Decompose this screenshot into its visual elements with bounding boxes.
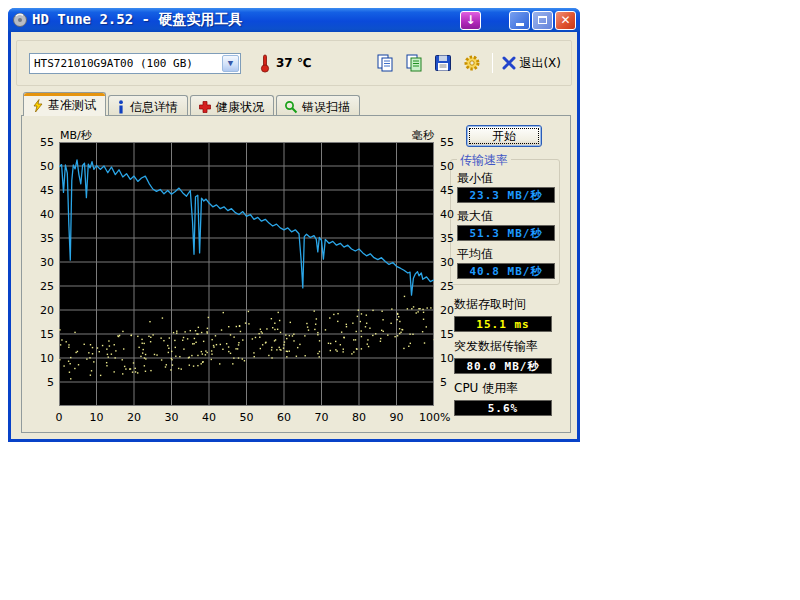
axis-tick-label: 40 <box>440 208 464 221</box>
transfer-rate-group: 传输速率 最小值 23.3 MB/秒 最大值 51.3 MB/秒 平均值 40.… <box>450 159 560 285</box>
axis-tick-label: 30 <box>157 411 187 424</box>
health-cross-icon <box>198 100 212 114</box>
axis-tick-label: 35 <box>30 232 54 245</box>
axis-tick-label: 0 <box>44 411 74 424</box>
right-axis-title: 毫秒 <box>398 128 434 143</box>
hdtune-window: HD Tune 2.52 - 硬盘实用工具 ↓ ✕ HTS721010G9AT0… <box>8 8 580 442</box>
axis-tick-label: 15 <box>440 328 464 341</box>
maximize-icon <box>538 16 547 24</box>
axis-tick-label: 20 <box>440 304 464 317</box>
axis-tick-label: 40 <box>194 411 224 424</box>
axis-tick-label: 20 <box>30 304 54 317</box>
axis-tick-label: 70 <box>307 411 337 424</box>
cpu-usage-value: 5.6% <box>454 400 552 416</box>
options-icon[interactable] <box>461 53 483 73</box>
toolbar: HTS721010G9AT00 (100 GB) ▼ 37 ℃ <box>16 40 572 86</box>
axis-tick-label: 55 <box>440 136 464 149</box>
tab-error-scan[interactable]: 错误扫描 <box>276 95 360 116</box>
tab-info[interactable]: 信息详情 <box>108 95 188 116</box>
axis-tick-label: 35 <box>440 232 464 245</box>
axis-tick-label: 90 <box>382 411 412 424</box>
benchmark-chart <box>59 142 434 406</box>
axis-tick-label: 100% <box>419 411 449 424</box>
min-label: 最小值 <box>457 170 555 187</box>
exit-label: 退出(X) <box>519 55 561 72</box>
copy-info-icon[interactable] <box>403 53 425 73</box>
axis-tick-label: 10 <box>30 352 54 365</box>
temperature-indicator: 37 ℃ <box>259 53 311 73</box>
minimize-icon <box>516 23 524 26</box>
burst-rate-value: 80.0 MB/秒 <box>454 358 552 374</box>
axis-tick-label: 50 <box>30 160 54 173</box>
results-panel: 开始 传输速率 最小值 23.3 MB/秒 最大值 51.3 MB/秒 平均值 … <box>448 116 568 432</box>
close-button[interactable]: ✕ <box>555 11 576 30</box>
tab-label: 健康状况 <box>216 99 264 116</box>
min-value: 23.3 MB/秒 <box>457 187 555 203</box>
exit-x-icon <box>502 56 516 70</box>
toolbar-separator <box>492 53 493 73</box>
group-title: 传输速率 <box>457 152 511 169</box>
info-icon <box>116 100 126 114</box>
max-value: 51.3 MB/秒 <box>457 225 555 241</box>
copy-icon[interactable] <box>374 53 396 73</box>
window-title: HD Tune 2.52 - 硬盘实用工具 <box>32 11 242 29</box>
burst-rate-label: 突发数据传输率 <box>454 338 552 355</box>
axis-tick-label: 25 <box>30 280 54 293</box>
axis-tick-label: 45 <box>440 184 464 197</box>
save-icon[interactable] <box>432 53 454 73</box>
axis-tick-label: 45 <box>30 184 54 197</box>
axis-tick-label: 25 <box>440 280 464 293</box>
axis-tick-label: 50 <box>440 160 464 173</box>
avg-value: 40.8 MB/秒 <box>457 263 555 279</box>
drive-select-value: HTS721010G9AT00 (100 GB) <box>30 57 193 70</box>
access-time-value: 15.1 ms <box>454 316 552 332</box>
tab-label: 信息详情 <box>130 99 178 116</box>
benchmark-plot <box>59 142 434 406</box>
exit-button[interactable]: 退出(X) <box>502 55 561 72</box>
minimize-button[interactable] <box>509 11 530 30</box>
thermometer-icon <box>259 53 271 73</box>
tab-bar: 基准测试 信息详情 健康状况 错误扫描 <box>23 92 362 116</box>
tab-label: 错误扫描 <box>302 99 350 116</box>
axis-tick-label: 5 <box>440 376 464 389</box>
axis-tick-label: 55 <box>30 136 54 149</box>
chevron-down-icon[interactable]: ▼ <box>222 55 239 72</box>
tab-health[interactable]: 健康状况 <box>190 95 274 116</box>
download-arrow-button[interactable]: ↓ <box>460 11 481 30</box>
axis-tick-label: 30 <box>30 256 54 269</box>
axis-tick-label: 50 <box>232 411 262 424</box>
max-label: 最大值 <box>457 208 555 225</box>
axis-tick-label: 10 <box>440 352 464 365</box>
maximize-button[interactable] <box>532 11 553 30</box>
temperature-value: 37 ℃ <box>276 56 311 70</box>
start-button[interactable]: 开始 <box>466 125 542 147</box>
app-icon <box>12 12 28 28</box>
title-bar[interactable]: HD Tune 2.52 - 硬盘实用工具 ↓ ✕ <box>8 8 580 32</box>
axis-tick-label: 60 <box>269 411 299 424</box>
avg-label: 平均值 <box>457 246 555 263</box>
left-axis-title: MB/秒 <box>60 128 92 143</box>
tab-label: 基准测试 <box>48 97 96 114</box>
benchmark-lightning-icon <box>31 99 44 113</box>
axis-tick-label: 80 <box>344 411 374 424</box>
axis-tick-label: 5 <box>30 376 54 389</box>
benchmark-tab-page: MB/秒 毫秒 开始 传输速率 最小值 23.3 MB/秒 最大值 51.3 M… <box>21 115 571 433</box>
axis-tick-label: 30 <box>440 256 464 269</box>
cpu-usage-label: CPU 使用率 <box>454 380 552 397</box>
tab-benchmark[interactable]: 基准测试 <box>23 92 106 116</box>
axis-tick-label: 10 <box>82 411 112 424</box>
access-time-label: 数据存取时间 <box>454 296 552 313</box>
drive-select-dropdown[interactable]: HTS721010G9AT00 (100 GB) ▼ <box>29 53 241 74</box>
axis-tick-label: 15 <box>30 328 54 341</box>
scan-magnifier-icon <box>284 100 298 114</box>
axis-tick-label: 20 <box>119 411 149 424</box>
axis-tick-label: 40 <box>30 208 54 221</box>
